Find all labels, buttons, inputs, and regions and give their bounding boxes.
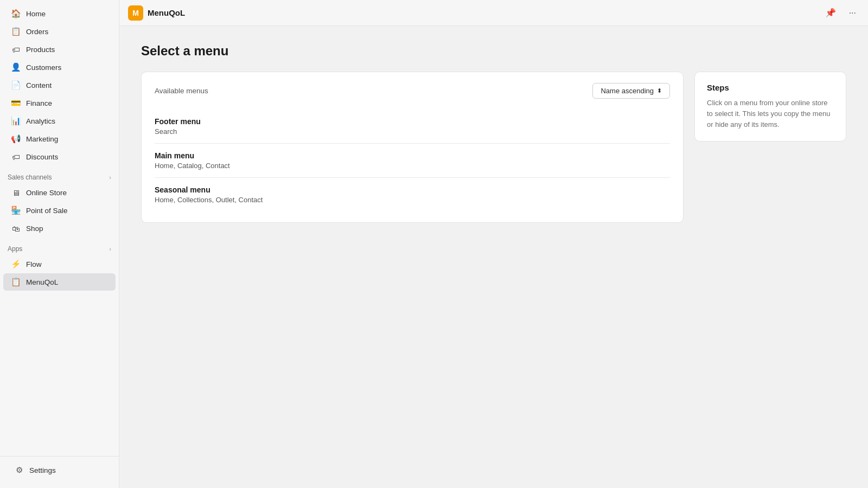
- sidebar-item-label: Flow: [26, 260, 42, 268]
- sidebar-item-shop[interactable]: 🛍 Shop: [3, 220, 116, 237]
- sort-chevron-icon: ⬍: [657, 87, 662, 94]
- settings-icon: ⚙: [14, 465, 24, 475]
- menu-item-name: Seasonal menu: [155, 185, 670, 194]
- sort-button[interactable]: Name ascending ⬍: [592, 83, 670, 99]
- shop-icon: 🛍: [11, 223, 21, 233]
- marketing-icon: 📢: [11, 134, 21, 144]
- menu-item-name: Footer menu: [155, 117, 670, 126]
- sidebar-item-menuqol[interactable]: 📋 MenuQoL: [3, 273, 116, 291]
- menu-card-header: Available menus Name ascending ⬍: [155, 83, 670, 99]
- settings-label: Settings: [29, 466, 56, 474]
- sidebar: 🏠 Home 📋 Orders 🏷 Products 👤 Customers 📄…: [0, 0, 119, 488]
- app-icon-letter: M: [132, 9, 139, 17]
- apps-label: Apps: [8, 245, 22, 253]
- sidebar-item-label: Shop: [26, 224, 43, 233]
- flow-icon: ⚡: [11, 259, 21, 269]
- sidebar-item-label: Online Store: [26, 189, 67, 197]
- sidebar-item-label: Home: [26, 10, 46, 18]
- sidebar-item-point-of-sale[interactable]: 🏪 Point of Sale: [3, 202, 116, 219]
- sidebar-item-label: Point of Sale: [26, 207, 68, 215]
- apps-chevron-icon: ›: [109, 246, 111, 252]
- apps-section-label: Apps ›: [0, 237, 119, 255]
- home-icon: 🏠: [11, 9, 21, 18]
- sort-button-label: Name ascending: [601, 87, 654, 95]
- available-menus-label: Available menus: [155, 87, 208, 95]
- steps-description: Click on a menu from your online store t…: [707, 98, 834, 130]
- menu-list-item-footer-menu[interactable]: Footer menu Search: [155, 110, 670, 143]
- content-layout: Available menus Name ascending ⬍ Footer …: [141, 72, 846, 223]
- menu-list-item-main-menu[interactable]: Main menu Home, Catalog, Contact: [155, 143, 670, 177]
- page-title: Select a menu: [141, 43, 846, 59]
- topbar-actions: 📌 ···: [822, 5, 859, 20]
- online-store-icon: 🖥: [11, 188, 21, 197]
- sidebar-item-label: Discounts: [26, 153, 58, 161]
- sidebar-item-label: Content: [26, 81, 52, 89]
- menu-card: Available menus Name ascending ⬍ Footer …: [141, 72, 684, 223]
- sidebar-item-orders[interactable]: 📋 Orders: [3, 23, 116, 40]
- menu-item-sub: Home, Catalog, Contact: [155, 162, 670, 170]
- sidebar-item-label: Finance: [26, 99, 52, 107]
- sidebar-item-discounts[interactable]: 🏷 Discounts: [3, 148, 116, 165]
- app-icon: M: [128, 5, 143, 21]
- content-icon: 📄: [11, 80, 21, 90]
- sidebar-item-label: Products: [26, 46, 55, 54]
- menu-list: Footer menu Search Main menu Home, Catal…: [155, 110, 670, 211]
- topbar: M MenuQoL 📌 ···: [119, 0, 868, 26]
- sidebar-bottom: ⚙ Settings: [0, 456, 119, 488]
- sidebar-item-products[interactable]: 🏷 Products: [3, 41, 116, 58]
- sidebar-item-label: Customers: [26, 63, 61, 72]
- sidebar-item-label: Analytics: [26, 117, 55, 125]
- customers-icon: 👤: [11, 62, 21, 72]
- sales-channels-section-label: Sales channels ›: [0, 166, 119, 183]
- sidebar-item-analytics[interactable]: 📊 Analytics: [3, 112, 116, 130]
- sales-channels-chevron-icon: ›: [109, 174, 111, 181]
- sales-channels-label: Sales channels: [8, 174, 52, 181]
- products-icon: 🏷: [11, 44, 21, 54]
- discounts-icon: 🏷: [11, 152, 21, 162]
- sidebar-item-customers[interactable]: 👤 Customers: [3, 59, 116, 76]
- sidebar-item-label: Marketing: [26, 135, 58, 143]
- app-title-group: M MenuQoL: [128, 5, 185, 21]
- steps-card: Steps Click on a menu from your online s…: [694, 72, 846, 142]
- more-button[interactable]: ···: [846, 6, 859, 20]
- orders-icon: 📋: [11, 27, 21, 36]
- sidebar-item-marketing[interactable]: 📢 Marketing: [3, 130, 116, 147]
- main-area: M MenuQoL 📌 ··· Select a menu Available …: [119, 0, 868, 488]
- sidebar-item-label: MenuQoL: [26, 278, 58, 286]
- sidebar-item-settings[interactable]: ⚙ Settings: [7, 461, 112, 479]
- sidebar-item-flow[interactable]: ⚡ Flow: [3, 255, 116, 273]
- menu-item-sub: Home, Collections, Outlet, Contact: [155, 196, 670, 204]
- sidebar-item-label: Orders: [26, 28, 48, 36]
- sidebar-nav: 🏠 Home 📋 Orders 🏷 Products 👤 Customers 📄…: [0, 0, 119, 456]
- sidebar-item-online-store[interactable]: 🖥 Online Store: [3, 184, 116, 201]
- analytics-icon: 📊: [11, 116, 21, 126]
- menu-item-sub: Search: [155, 127, 670, 136]
- point-of-sale-icon: 🏪: [11, 206, 21, 215]
- sidebar-item-finance[interactable]: 💳 Finance: [3, 94, 116, 112]
- sidebar-item-content[interactable]: 📄 Content: [3, 76, 116, 94]
- menuqol-icon: 📋: [11, 277, 21, 287]
- content-area: Select a menu Available menus Name ascen…: [119, 26, 868, 488]
- menu-list-item-seasonal-menu[interactable]: Seasonal menu Home, Collections, Outlet,…: [155, 177, 670, 211]
- sidebar-item-home[interactable]: 🏠 Home: [3, 5, 116, 22]
- menu-item-name: Main menu: [155, 151, 670, 160]
- finance-icon: 💳: [11, 98, 21, 108]
- pin-button[interactable]: 📌: [822, 5, 839, 20]
- app-title-text: MenuQoL: [148, 8, 185, 17]
- steps-title: Steps: [707, 83, 834, 92]
